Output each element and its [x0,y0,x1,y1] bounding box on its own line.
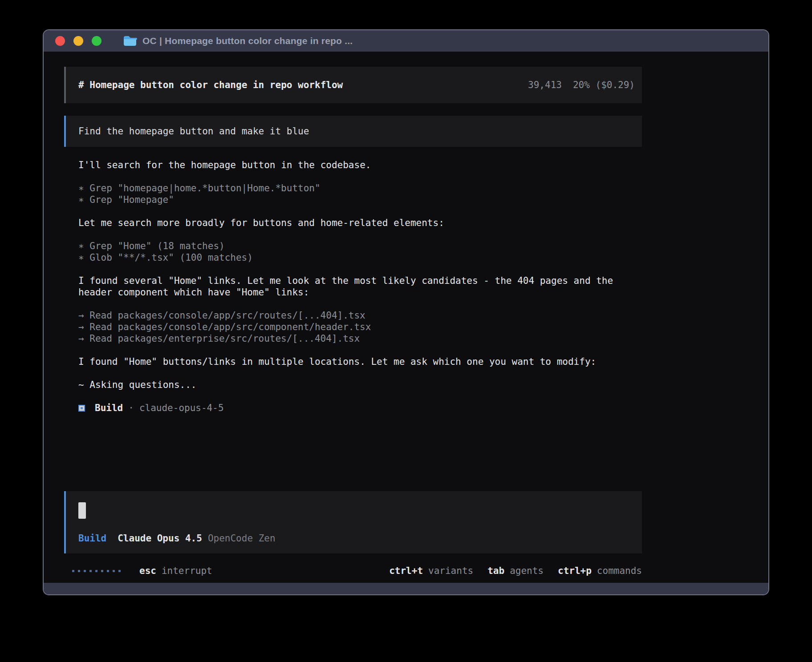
traffic-lights [55,36,102,46]
tool-bullet-icon: ∗ [78,194,84,206]
tool-call-label: Read packages/console/app/src/component/… [89,322,371,332]
tool-call-label: Read packages/console/app/src/routes/[..… [89,310,365,321]
tool-call-glob: ∗Glob "**/*.tsx" (100 matches) [78,252,642,263]
tool-bullet-icon: ∗ [78,240,84,252]
assistant-text: I found "Home" buttons/links in multiple… [78,356,642,367]
variants-hint-label: variants [428,565,473,576]
tool-call-label: Grep "Home" (18 matches) [89,241,224,251]
minimize-button[interactable] [73,36,83,46]
input-meta-row: Build Claude Opus 4.5 OpenCode Zen [78,533,629,544]
tool-call-read: →Read packages/enterprise/src/routes/[..… [78,333,642,344]
tab-key-hint: tab [487,565,504,576]
commands-hint: ctrl+p commands [558,565,642,576]
agent-name: Build [95,402,123,414]
agent-model: claude-opus-4-5 [139,402,224,414]
close-button[interactable] [55,36,65,46]
assistant-paragraph: Let me search more broadly for buttons a… [78,217,642,229]
session-stats: 39,413 20% ($0.29) [528,80,635,90]
agents-hint-label: agents [510,565,544,576]
assistant-paragraph: I'll search for the homepage button in t… [78,159,642,171]
tool-arrow-icon: → [78,333,84,344]
tool-call-grep: ∗Grep "Homepage" [78,194,642,206]
assistant-paragraph: I found "Home" buttons/links in multiple… [78,356,642,367]
terminal-content: # Homepage button color change in repo w… [44,52,768,583]
user-message: Find the homepage button and make it blu… [64,116,642,147]
maximize-button[interactable] [92,36,102,46]
asking-questions-status: ~ Asking questions... [78,379,642,391]
context-usage: 20% ($0.29) [573,80,635,90]
esc-key-hint: esc [139,565,156,576]
token-count: 39,413 [528,80,562,90]
input-model-label[interactable]: Claude Opus 4.5 [118,533,202,544]
input-provider-label: OpenCode Zen [208,533,276,544]
prompt-input[interactable]: Build Claude Opus 4.5 OpenCode Zen [64,491,642,553]
tool-call-read: →Read packages/console/app/src/component… [78,321,642,333]
tool-call-read: →Read packages/console/app/src/routes/[.… [78,310,642,321]
tool-call-group: →Read packages/console/app/src/routes/[.… [78,310,642,344]
text-cursor-block [78,502,86,519]
assistant-paragraph: I found several "Home" links. Let me loo… [78,275,642,298]
conversation: I'll search for the homepage button in t… [64,159,642,414]
tool-call-group: ∗Grep "Home" (18 matches) ∗Glob "**/*.ts… [78,240,642,263]
tool-arrow-icon: → [78,310,84,321]
terminal-window: OC | Homepage button color change in rep… [43,29,769,595]
session-title: # Homepage button color change in repo w… [78,80,343,90]
assistant-status: ~ Asking questions... [78,379,642,391]
assistant-text: header component which have "Home" links… [78,287,642,298]
input-agent-label[interactable]: Build [78,533,106,544]
separator-dot: · [128,402,134,414]
tool-call-grep: ∗Grep "Home" (18 matches) [78,240,642,252]
commands-hint-label: commands [597,565,642,576]
interrupt-hint-label: interrupt [162,565,212,576]
tool-bullet-icon: ∗ [78,252,84,263]
tool-call-grep: ∗Grep "homepage|home.*button|Home.*butto… [78,182,642,194]
tool-call-group: ∗Grep "homepage|home.*button|Home.*butto… [78,182,642,206]
agent-build-icon [78,405,85,412]
session-header: # Homepage button color change in repo w… [64,67,642,103]
status-left: esc interrupt [64,565,212,576]
tool-call-label: Glob "**/*.tsx" (100 matches) [89,252,253,263]
tool-bullet-icon: ∗ [78,182,84,194]
ctrl-t-key-hint: ctrl+t [389,565,423,576]
tool-call-label: Grep "homepage|home.*button|Home.*button… [89,183,320,194]
status-bar: esc interrupt ctrl+t variants tab agents… [64,564,642,577]
window-title: OC | Homepage button color change in rep… [142,36,353,46]
window-bottom-frame [44,583,768,594]
agent-status-row: Build · claude-opus-4-5 [78,402,642,414]
window-titlebar[interactable]: OC | Homepage button color change in rep… [44,30,768,52]
assistant-text: Let me search more broadly for buttons a… [78,217,642,229]
folder-icon [123,35,137,47]
spinner-dots-icon [72,570,121,572]
agents-hint: tab agents [487,565,544,576]
assistant-text: I'll search for the homepage button in t… [78,159,642,171]
user-message-text: Find the homepage button and make it blu… [78,126,309,137]
variants-hint: ctrl+t variants [389,565,473,576]
ctrl-p-key-hint: ctrl+p [558,565,592,576]
tool-call-label: Read packages/enterprise/src/routes/[...… [89,333,360,344]
tool-arrow-icon: → [78,321,84,333]
assistant-text: I found several "Home" links. Let me loo… [78,275,642,287]
tool-call-label: Grep "Homepage" [89,194,174,205]
status-right: ctrl+t variants tab agents ctrl+p comman… [389,565,642,576]
conversation-spacer [64,414,642,491]
